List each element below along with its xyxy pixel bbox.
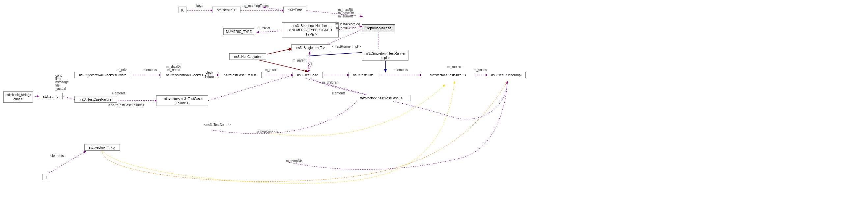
node-systemwallclockms-private: ns3::SystemWallClockMsPrivate xyxy=(74,72,131,78)
label-m-parent: m_parent xyxy=(292,59,306,62)
label-m-value: m_value xyxy=(257,26,270,29)
node-tcpillinoistest: TcpIllinoisTest xyxy=(362,24,395,32)
node-K: K xyxy=(179,7,186,13)
label-testrunner-impl: < TestRunnerImpl > xyxy=(332,45,361,48)
node-testcase: ns3::TestCase xyxy=(292,72,323,78)
label-testsuite-angle: < TestSuite * > xyxy=(257,130,278,134)
node-testsuite: ns3::TestSuite xyxy=(348,72,378,78)
svg-line-18 xyxy=(257,31,283,32)
label-elements-1: elements xyxy=(112,92,125,95)
label-m-name: m_name xyxy=(167,68,180,72)
label-m-suites: m_suites xyxy=(474,68,487,72)
label-m-runner: m_runner xyxy=(447,65,462,68)
svg-line-6 xyxy=(208,75,293,101)
node-ns3-time: ns3::Time xyxy=(283,7,306,13)
label-m-result: m_result xyxy=(265,68,277,72)
label-elements-4: elements xyxy=(395,68,408,72)
label-elements-5: elements xyxy=(51,154,64,158)
node-singleton-t: ns3::Singleton< T > xyxy=(291,44,330,51)
label-m-sumrtt: m_sumRtt xyxy=(338,14,353,18)
label-elements-2: elements xyxy=(144,68,157,72)
label-g-markingtimes: g_markingTimes xyxy=(244,4,269,7)
label-testcase-ptr-angle: < ns3::TestCase *> xyxy=(204,123,231,127)
node-testrunnerimpl: ns3::TestRunnerImpl xyxy=(487,72,526,78)
node-vector-testsuite-ptr: std::vector< TestSuite * > xyxy=(421,72,475,78)
label-m-priv: m_priv xyxy=(117,68,126,72)
svg-line-0 xyxy=(33,96,39,97)
label-keys: keys xyxy=(196,4,203,7)
node-T: T xyxy=(42,174,50,180)
label-actual: _actual xyxy=(55,87,66,91)
node-basic-string: std::basic_string<char > xyxy=(3,92,33,103)
node-stdset-k: std::set< K > xyxy=(212,7,241,13)
label-clock-failure: clockfailure xyxy=(205,70,214,79)
node-numeric-type: NUMERIC_TYPE xyxy=(223,28,254,35)
arrows-svg xyxy=(0,0,868,200)
diagram-container: std::basic_string<char > std::string ns3… xyxy=(0,0,868,200)
node-vector-t: std::vector< T > ▷ xyxy=(84,144,120,151)
node-singleton-testrunner: ns3::Singleton< TestRunnerImpl > xyxy=(362,50,408,61)
svg-line-1 xyxy=(63,96,76,100)
node-vector-testcasefailure: std::vector< ns3::TestCaseFailure > xyxy=(156,95,208,106)
label-testcasefailure-angle: < ns3::TestCaseFailure > xyxy=(108,103,145,107)
label-m-nexttxseq: m_nextTxSeq xyxy=(336,26,356,30)
label-m-lastackedseq: m_lastAckedSeq xyxy=(335,22,360,26)
node-testcase-result: ns3::TestCase::Result xyxy=(218,72,261,78)
label-elements-3: elements xyxy=(332,92,346,95)
node-string: std::string xyxy=(39,93,63,99)
svg-line-13 xyxy=(267,49,292,54)
svg-line-11 xyxy=(308,52,310,71)
svg-line-21 xyxy=(306,10,362,16)
node-sequence-number: ns3::SequenceNumber< NUMERIC_TYPE, SIGNE… xyxy=(282,22,339,37)
svg-line-20 xyxy=(264,7,284,10)
node-vector-testcase-ptr: std::vector< ns3::TestCase *> xyxy=(352,95,410,101)
node-noncopyable: ns3::NonCopyable xyxy=(229,53,266,60)
label-m-tempdir: m_tempDir xyxy=(286,159,302,163)
node-systemwallclockms: ns3::SystemWallClockMs xyxy=(160,72,209,78)
label-m-children: m_children xyxy=(322,80,338,84)
node-testcasefailure: ns3::TestCaseFailure xyxy=(74,96,117,103)
